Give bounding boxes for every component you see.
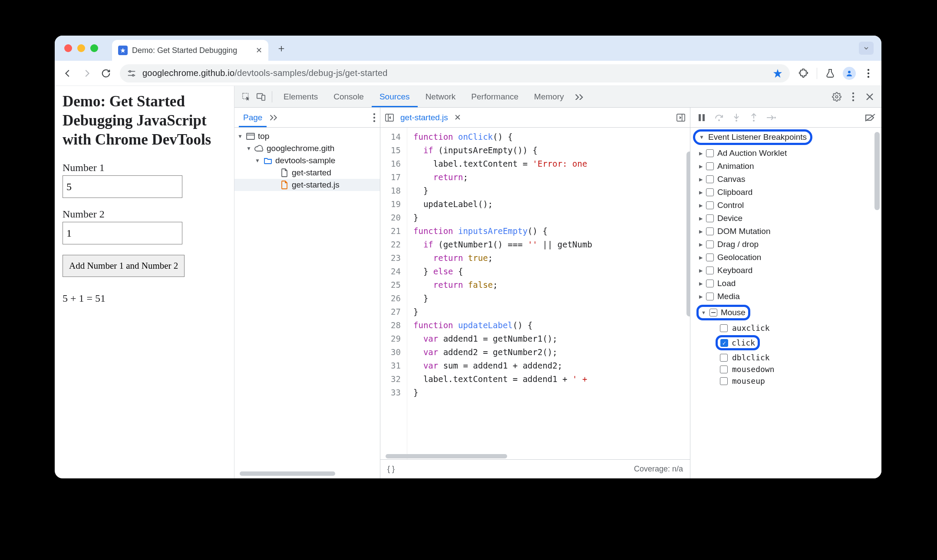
code-line[interactable]: var sum = addend1 + addend2; — [413, 359, 592, 372]
reload-button[interactable] — [97, 65, 115, 82]
devtools-close-icon[interactable] — [862, 89, 877, 104]
editor-filename[interactable]: get-started.js — [400, 113, 448, 122]
line-number[interactable]: 31 — [383, 359, 401, 372]
line-number[interactable]: 28 — [383, 319, 401, 332]
maximize-window-icon[interactable] — [90, 44, 98, 52]
step-button[interactable] — [763, 110, 779, 125]
event-item[interactable]: ✓click — [690, 334, 881, 352]
checkbox-icon[interactable] — [706, 162, 714, 170]
checkbox-icon[interactable] — [720, 377, 728, 385]
line-number[interactable]: 32 — [383, 372, 401, 386]
code-line[interactable]: function inputsAreEmpty() { — [413, 224, 592, 238]
event-category[interactable]: ▶Control — [690, 199, 881, 212]
devtools-tab-performance[interactable]: Performance — [463, 86, 526, 107]
event-category[interactable]: ▶Ad Auction Worklet — [690, 147, 881, 160]
line-number[interactable]: 25 — [383, 278, 401, 292]
event-category[interactable]: ▶Geolocation — [690, 251, 881, 264]
code-line[interactable]: } — [413, 305, 592, 319]
more-tabs-icon[interactable] — [572, 89, 587, 104]
deactivate-breakpoints-button[interactable] — [862, 110, 878, 125]
code-line[interactable]: function onClick() { — [413, 130, 592, 144]
toggle-navigator-icon[interactable] — [385, 113, 394, 122]
checkbox-icon[interactable] — [706, 214, 714, 222]
step-out-button[interactable] — [746, 110, 762, 125]
tree-item[interactable]: ▼devtools-sample — [234, 155, 380, 167]
event-category[interactable]: ▶Drag / drop — [690, 238, 881, 251]
pretty-print-icon[interactable]: { } — [387, 464, 395, 474]
tree-item[interactable]: get-started — [234, 167, 380, 179]
number2-input[interactable] — [63, 222, 182, 244]
breakpoints-section-title[interactable]: Event Listener Breakpoints — [708, 132, 807, 142]
code-line[interactable]: if (inputsAreEmpty()) { — [413, 144, 592, 157]
checkbox-icon[interactable]: ✓ — [720, 339, 728, 347]
line-number[interactable]: 19 — [383, 198, 401, 211]
checkbox-icon[interactable] — [706, 280, 714, 287]
navigator-page-tab[interactable]: Page — [239, 108, 267, 127]
checkbox-icon[interactable] — [706, 227, 714, 235]
pause-button[interactable] — [694, 110, 709, 125]
navigator-scrollbar[interactable] — [240, 471, 335, 476]
line-number[interactable]: 33 — [383, 386, 401, 399]
event-category[interactable]: ▶Canvas — [690, 173, 881, 186]
code-line[interactable]: var addend1 = getNumber1(); — [413, 332, 592, 346]
checkbox-icon[interactable] — [706, 188, 714, 196]
line-number[interactable]: 30 — [383, 346, 401, 359]
code-line[interactable]: var addend2 = getNumber2(); — [413, 346, 592, 359]
event-item[interactable]: auxclick — [690, 322, 881, 334]
code-line[interactable]: function updateLabel() { — [413, 319, 592, 332]
tree-item[interactable]: ▼googlechrome.gith — [234, 142, 380, 155]
settings-icon[interactable] — [829, 89, 844, 104]
toggle-debugger-icon[interactable] — [676, 113, 686, 122]
close-tab-icon[interactable]: ✕ — [256, 46, 262, 55]
line-number[interactable]: 15 — [383, 144, 401, 157]
back-button[interactable] — [59, 65, 76, 82]
line-number[interactable]: 21 — [383, 224, 401, 238]
event-item[interactable]: mouseup — [690, 375, 881, 387]
step-into-button[interactable] — [729, 110, 744, 125]
editor-close-icon[interactable]: ✕ — [454, 112, 461, 122]
event-item[interactable]: mousedown — [690, 363, 881, 375]
devtools-menu-icon[interactable] — [846, 89, 861, 104]
event-category[interactable]: ▶Device — [690, 212, 881, 225]
new-tab-button[interactable]: ＋ — [274, 41, 288, 55]
debugger-scrollbar[interactable] — [874, 132, 880, 210]
event-category[interactable]: ▶Keyboard — [690, 264, 881, 277]
code-line[interactable]: } — [413, 386, 592, 399]
line-number[interactable]: 18 — [383, 184, 401, 198]
site-settings-icon[interactable] — [127, 69, 136, 78]
line-number[interactable]: 14 — [383, 130, 401, 144]
event-category[interactable]: ▶Load — [690, 277, 881, 290]
checkbox-icon[interactable] — [720, 324, 728, 332]
line-number[interactable]: 26 — [383, 292, 401, 305]
close-window-icon[interactable] — [64, 44, 72, 52]
editor-scrollbar-vertical[interactable] — [686, 152, 690, 316]
code-line[interactable]: } — [413, 292, 592, 305]
line-number[interactable]: 29 — [383, 332, 401, 346]
minimize-window-icon[interactable] — [77, 44, 85, 52]
event-item[interactable]: dblclick — [690, 352, 881, 363]
line-number[interactable]: 17 — [383, 171, 401, 184]
code-line[interactable]: if (getNumber1() === '' || getNumb — [413, 238, 592, 251]
checkbox-icon[interactable] — [706, 254, 714, 261]
line-number[interactable]: 23 — [383, 251, 401, 265]
devtools-tab-network[interactable]: Network — [418, 86, 464, 107]
event-category[interactable]: ▼Mouse — [690, 303, 881, 322]
code-line[interactable]: } else { — [413, 265, 592, 278]
labs-button[interactable] — [822, 65, 839, 82]
tree-item[interactable]: get-started.js — [234, 179, 380, 191]
bookmark-icon[interactable] — [772, 68, 783, 79]
devtools-tab-console[interactable]: Console — [326, 86, 372, 107]
line-number[interactable]: 22 — [383, 238, 401, 251]
code-line[interactable]: updateLabel(); — [413, 198, 592, 211]
step-over-button[interactable] — [711, 110, 727, 125]
forward-button[interactable] — [78, 65, 96, 82]
editor-scrollbar-horizontal[interactable] — [386, 454, 507, 458]
checkbox-icon[interactable] — [706, 201, 714, 209]
checkbox-icon[interactable] — [706, 240, 714, 248]
line-number[interactable]: 20 — [383, 211, 401, 224]
line-number[interactable]: 27 — [383, 305, 401, 319]
browser-tab[interactable]: Demo: Get Started Debugging ✕ — [112, 40, 268, 61]
device-toolbar-icon[interactable] — [254, 89, 268, 104]
checkbox-icon[interactable] — [720, 366, 728, 373]
kebab-menu-button[interactable] — [860, 65, 877, 82]
